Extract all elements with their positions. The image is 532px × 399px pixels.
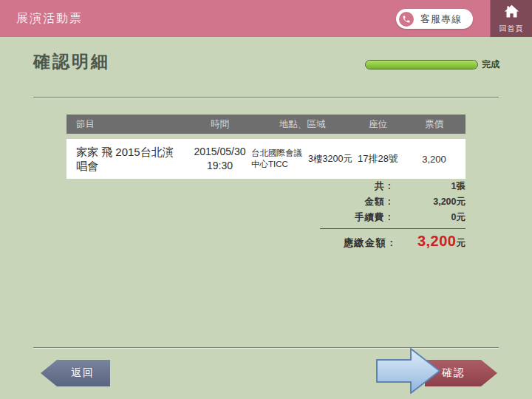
cell-location: 台北國際會議中心TICC bbox=[251, 148, 307, 170]
divider bbox=[33, 347, 499, 349]
cell-program: 家家 飛 2015台北演唱會 bbox=[66, 142, 188, 177]
cell-date-line: 2015/05/30 bbox=[188, 145, 251, 159]
home-button-label: 回首頁 bbox=[499, 24, 524, 34]
support-hotline-button[interactable]: 客服專線 bbox=[396, 9, 473, 29]
cell-time-line: 19:30 bbox=[188, 159, 251, 173]
fee-label: 手續費 : bbox=[355, 211, 392, 224]
total-label: 應繳金額 : bbox=[281, 236, 394, 250]
column-header-price: 票價 bbox=[403, 118, 466, 131]
count-label: 共 : bbox=[375, 180, 392, 193]
summary-row-fee: 手續費 : 0元 bbox=[281, 211, 466, 227]
cell-time: 2015/05/30 19:30 bbox=[188, 145, 251, 173]
total-unit: 元 bbox=[457, 238, 466, 248]
table-header-row: 節目 時間 地點、區域 座位 票價 bbox=[66, 115, 466, 134]
progress-label: 完成 bbox=[482, 58, 499, 71]
back-button[interactable]: 返回 bbox=[41, 360, 110, 386]
total-amount: 3,200元 bbox=[394, 233, 466, 250]
total-value: 3,200 bbox=[417, 233, 457, 249]
summary-row-amount: 金額 : 3,200元 bbox=[281, 196, 466, 211]
cell-price: 3,200 bbox=[403, 154, 466, 165]
column-header-seat: 座位 bbox=[353, 118, 403, 131]
divider bbox=[33, 97, 499, 98]
amount-value: 3,200元 bbox=[392, 196, 466, 208]
home-icon bbox=[503, 4, 520, 22]
phone-icon bbox=[399, 12, 414, 27]
support-hotline-label: 客服專線 bbox=[420, 13, 462, 26]
page-title: 確認明細 bbox=[33, 50, 110, 73]
column-header-location-area: 地點、區域 bbox=[251, 118, 353, 131]
cell-area: 3樓3200元 bbox=[307, 153, 353, 166]
progress-bar-fill bbox=[366, 61, 477, 69]
top-bar: 展演活動票 客服專線 回首頁 bbox=[0, 0, 532, 37]
cell-seat: 17排28號 bbox=[353, 152, 403, 166]
fee-value: 0元 bbox=[392, 211, 466, 224]
confirm-button[interactable]: 確認 bbox=[425, 360, 497, 386]
home-button[interactable]: 回首頁 bbox=[490, 0, 532, 37]
ticket-table: 節目 時間 地點、區域 座位 票價 家家 飛 2015台北演唱會 2015/05… bbox=[66, 115, 466, 179]
summary-row-count: 共 : 1張 bbox=[281, 180, 466, 196]
progress-bar bbox=[365, 60, 478, 69]
summary-row-total: 應繳金額 : 3,200元 bbox=[281, 233, 466, 250]
order-summary: 共 : 1張 金額 : 3,200元 手續費 : 0元 應繳金額 : 3,200… bbox=[281, 180, 466, 250]
count-value: 1張 bbox=[392, 180, 466, 193]
table-row: 家家 飛 2015台北演唱會 2015/05/30 19:30 台北國際會議中心… bbox=[66, 139, 466, 179]
column-header-program: 節目 bbox=[66, 118, 188, 131]
app-title: 展演活動票 bbox=[16, 11, 83, 27]
amount-label: 金額 : bbox=[364, 196, 392, 208]
summary-divider bbox=[320, 228, 466, 229]
column-header-time: 時間 bbox=[188, 118, 251, 131]
progress-indicator: 完成 bbox=[365, 58, 499, 71]
kiosk-screen: 展演活動票 客服專線 回首頁 確認明細 完成 bbox=[0, 0, 532, 399]
